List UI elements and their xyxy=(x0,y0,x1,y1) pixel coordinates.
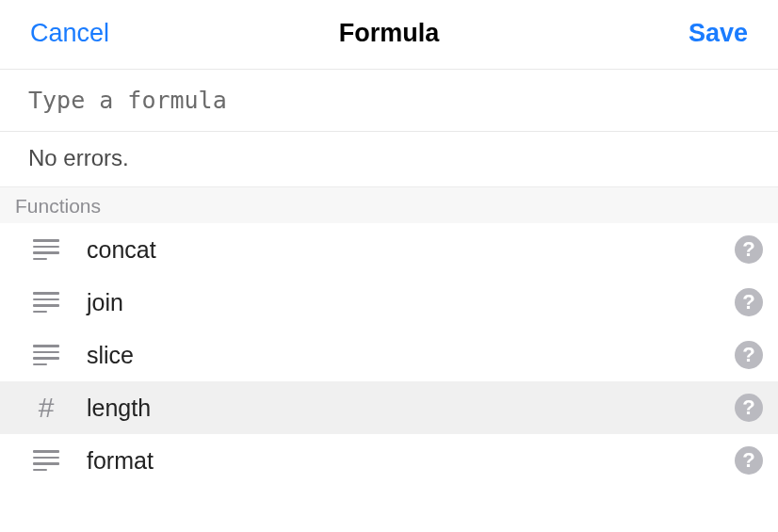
function-name-label: slice xyxy=(87,342,735,369)
help-icon[interactable]: ? xyxy=(735,288,763,316)
function-name-label: format xyxy=(87,447,735,475)
modal-title: Formula xyxy=(339,19,440,48)
text-type-icon xyxy=(32,446,60,475)
function-item-format[interactable]: format ? xyxy=(0,434,778,487)
text-type-icon xyxy=(32,341,60,369)
help-icon[interactable]: ? xyxy=(735,235,763,264)
error-status: No errors. xyxy=(0,132,778,187)
function-name-label: join xyxy=(87,289,735,316)
number-type-icon: # xyxy=(32,394,60,422)
functions-section-header: Functions xyxy=(0,187,778,223)
modal-header: Cancel Formula Save xyxy=(0,0,778,70)
function-name-label: concat xyxy=(87,236,735,264)
function-item-slice[interactable]: slice ? xyxy=(0,329,778,381)
functions-list: concat ? join ? slice ? # length ? forma… xyxy=(0,223,778,487)
cancel-button[interactable]: Cancel xyxy=(30,19,109,48)
help-icon[interactable]: ? xyxy=(735,341,763,369)
text-type-icon xyxy=(32,288,60,316)
function-item-join[interactable]: join ? xyxy=(0,276,778,329)
function-name-label: length xyxy=(87,395,735,422)
function-item-length[interactable]: # length ? xyxy=(0,381,778,434)
formula-input[interactable] xyxy=(28,87,750,114)
function-item-concat[interactable]: concat ? xyxy=(0,223,778,276)
text-type-icon xyxy=(32,235,60,264)
help-icon[interactable]: ? xyxy=(735,446,763,475)
formula-editor xyxy=(0,70,778,132)
help-icon[interactable]: ? xyxy=(735,394,763,422)
save-button[interactable]: Save xyxy=(689,19,748,48)
